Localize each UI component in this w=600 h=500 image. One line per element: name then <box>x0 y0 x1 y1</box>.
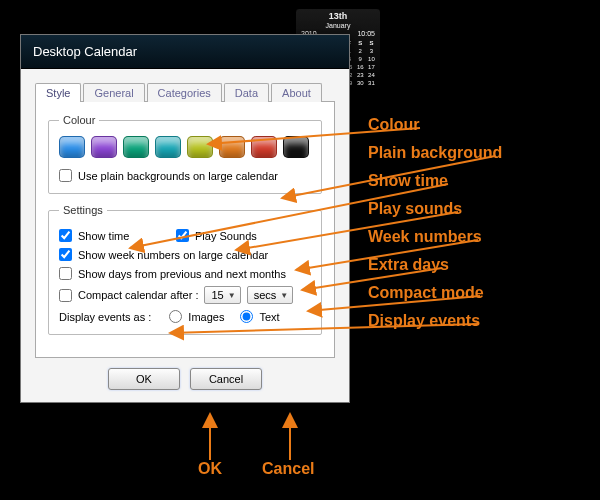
compact-unit-select[interactable]: secs ▼ <box>247 286 294 304</box>
tab-panel: Colour Use plain backgrounds on large ca… <box>35 101 335 358</box>
display-events-text-radio[interactable] <box>240 310 253 323</box>
colour-swatch-3[interactable] <box>155 136 181 158</box>
cancel-button-label: Cancel <box>209 373 243 385</box>
prev-next-days-label: Show days from previous and next months <box>78 268 286 280</box>
chevron-down-icon: ▼ <box>228 291 236 300</box>
display-events-text-label: Text <box>259 311 279 323</box>
show-time-checkbox[interactable] <box>59 229 72 242</box>
colour-swatches <box>59 136 311 158</box>
colour-swatch-5[interactable] <box>219 136 245 158</box>
annot-week-numbers: Week numbers <box>368 228 482 246</box>
plain-background-label: Use plain backgrounds on large calendar <box>78 170 278 182</box>
display-events-label: Display events as : <box>59 311 151 323</box>
annot-compact: Compact mode <box>368 284 484 302</box>
display-events-images-label: Images <box>188 311 224 323</box>
colour-swatch-0[interactable] <box>59 136 85 158</box>
display-events-images-radio[interactable] <box>169 310 182 323</box>
plain-background-checkbox[interactable] <box>59 169 72 182</box>
colour-swatch-7[interactable] <box>283 136 309 158</box>
settings-dialog: Desktop Calendar StyleGeneralCategoriesD… <box>20 34 350 403</box>
ok-button[interactable]: OK <box>108 368 180 390</box>
tab-about[interactable]: About <box>271 83 322 102</box>
compact-checkbox[interactable] <box>59 289 72 302</box>
colour-swatch-2[interactable] <box>123 136 149 158</box>
play-sounds-checkbox[interactable] <box>176 229 189 242</box>
tab-data[interactable]: Data <box>224 83 269 102</box>
colour-swatch-6[interactable] <box>251 136 277 158</box>
ok-button-label: OK <box>136 373 152 385</box>
compact-unit: secs <box>254 289 277 301</box>
settings-group: Settings Show time Play Sounds Show week… <box>48 204 322 335</box>
colour-legend: Colour <box>59 114 99 126</box>
week-numbers-checkbox[interactable] <box>59 248 72 261</box>
annot-ok: OK <box>198 460 222 478</box>
week-numbers-label: Show week numbers on large calendar <box>78 249 268 261</box>
chevron-down-icon: ▼ <box>280 291 288 300</box>
compact-label: Compact calendar after : <box>78 289 198 301</box>
annot-extra-days: Extra days <box>368 256 449 274</box>
annot-show-time: Show time <box>368 172 448 190</box>
tab-style[interactable]: Style <box>35 83 81 102</box>
annot-plain-bg: Plain background <box>368 144 502 162</box>
cancel-button[interactable]: Cancel <box>190 368 262 390</box>
annot-play-sounds: Play sounds <box>368 200 462 218</box>
titlebar: Desktop Calendar <box>21 35 349 69</box>
compact-value: 15 <box>211 289 223 301</box>
settings-legend: Settings <box>59 204 107 216</box>
tab-general[interactable]: General <box>83 83 144 102</box>
colour-swatch-4[interactable] <box>187 136 213 158</box>
widget-day: 13th <box>299 12 377 22</box>
window-title: Desktop Calendar <box>33 44 137 59</box>
tab-categories[interactable]: Categories <box>147 83 222 102</box>
compact-value-select[interactable]: 15 ▼ <box>204 286 240 304</box>
show-time-label: Show time <box>78 230 158 242</box>
tab-row: StyleGeneralCategoriesDataAbout <box>35 83 335 102</box>
prev-next-days-checkbox[interactable] <box>59 267 72 280</box>
widget-time: 10:05 <box>357 30 375 38</box>
colour-swatch-1[interactable] <box>91 136 117 158</box>
widget-month: January <box>299 22 377 30</box>
annot-colour: Colour <box>368 116 420 134</box>
play-sounds-label: Play Sounds <box>195 230 257 242</box>
annot-cancel: Cancel <box>262 460 314 478</box>
colour-group: Colour Use plain backgrounds on large ca… <box>48 114 322 194</box>
annot-display-events: Display events <box>368 312 480 330</box>
